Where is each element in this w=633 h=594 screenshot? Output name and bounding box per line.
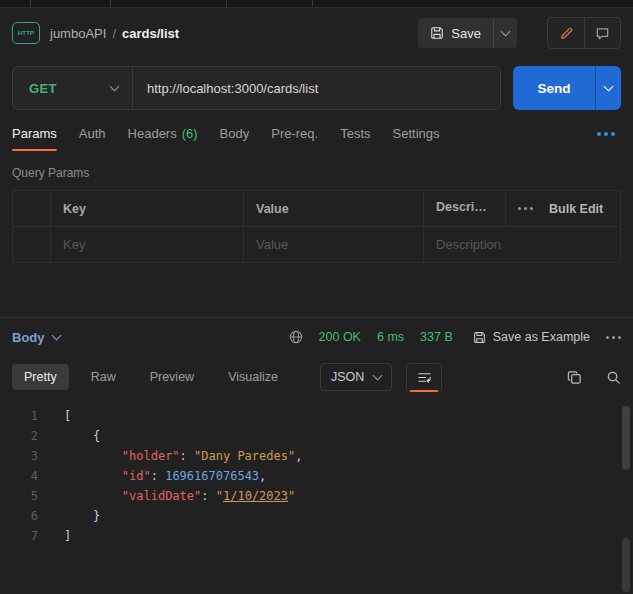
code-line: 6 }: [0, 506, 619, 526]
save-options-button[interactable]: [493, 18, 517, 48]
tab-auth[interactable]: Auth: [79, 126, 106, 151]
code-line: 1[: [0, 406, 619, 426]
response-more-options-icon[interactable]: [606, 336, 621, 339]
wrap-line-button[interactable]: [406, 363, 442, 392]
pencil-icon: [559, 26, 574, 41]
response-body-label: Body: [12, 330, 45, 345]
bulk-edit-button[interactable]: Bulk Edit: [549, 202, 603, 216]
line-content: {: [52, 426, 100, 446]
search-icon: [606, 370, 621, 385]
chevron-down-icon: [501, 26, 511, 36]
tab-separator: [226, 0, 227, 7]
request-tabs: Params Auth Headers(6) Body Pre-req. Tes…: [12, 126, 621, 151]
postman-app: HTTP jumboAPI / cards/list Save: [0, 0, 633, 594]
save-as-example-button[interactable]: Save as Example: [473, 330, 590, 344]
wrap-line-icon: [417, 370, 432, 385]
line-number: 4: [0, 466, 52, 486]
line-content: "validDate": "1/10/2023": [52, 486, 295, 506]
description-cell: [424, 227, 620, 262]
language-selector[interactable]: JSON: [320, 363, 392, 391]
code-line: 5 "validDate": "1/10/2023": [0, 486, 619, 506]
response-code[interactable]: 1[2 {3 "holder": "Dany Paredes",4 "id": …: [0, 398, 619, 594]
response-toolbar-actions: [567, 370, 621, 385]
tab-headers[interactable]: Headers(6): [128, 126, 198, 151]
tab-tests[interactable]: Tests: [340, 126, 370, 151]
tab-pre-request[interactable]: Pre-req.: [271, 126, 318, 151]
line-content: ]: [52, 526, 71, 546]
breadcrumb-collection[interactable]: jumboAPI: [50, 26, 106, 41]
chevron-down-icon: [604, 81, 614, 91]
breadcrumb: jumboAPI / cards/list: [50, 26, 179, 41]
tab-params[interactable]: Params: [12, 126, 57, 151]
view-tab-pretty[interactable]: Pretty: [12, 364, 69, 390]
code-line: 2 {: [0, 426, 619, 446]
save-as-example-label: Save as Example: [493, 330, 590, 344]
param-description-input[interactable]: [424, 227, 620, 262]
response-meta-bar: Body 200 OK 6 ms 337 B Save as Example: [0, 318, 633, 356]
method-label: GET: [29, 81, 57, 96]
send-options-button[interactable]: [595, 66, 621, 110]
line-content: }: [52, 506, 100, 526]
tab-settings[interactable]: Settings: [393, 126, 440, 151]
line-number: 7: [0, 526, 52, 546]
headers-count-badge: (6): [182, 126, 198, 141]
comment-icon: [595, 26, 610, 41]
chevron-down-icon: [110, 81, 120, 91]
query-params-input-row: [13, 226, 620, 262]
line-content: "id": 1696167076543,: [52, 466, 266, 486]
edit-documentation-button[interactable]: [548, 18, 584, 48]
save-button[interactable]: Save: [418, 18, 493, 48]
copy-icon: [567, 370, 582, 385]
http-badge-text: HTTP: [18, 30, 34, 36]
tab-body[interactable]: Body: [220, 126, 250, 151]
method-selector[interactable]: GET: [13, 67, 133, 109]
value-cell: [244, 227, 424, 262]
checkbox-column-header: [13, 191, 51, 226]
code-line: 7]: [0, 526, 619, 546]
url-input[interactable]: [133, 67, 500, 109]
save-label: Save: [451, 26, 481, 41]
code-line: 4 "id": 1696167076543,: [0, 466, 619, 486]
request-more-options-icon[interactable]: [591, 126, 621, 137]
code-line: 3 "holder": "Dany Paredes",: [0, 446, 619, 466]
search-response-button[interactable]: [606, 370, 621, 385]
query-params-header-row: Key Value Description Bulk Edit: [13, 191, 620, 226]
doc-comment-button-group: [547, 17, 621, 49]
tab-separator: [30, 0, 31, 7]
http-request-icon: HTTP: [12, 22, 40, 44]
param-key-input[interactable]: [51, 227, 243, 262]
query-params-table: Key Value Description Bulk Edit: [12, 190, 621, 263]
view-tab-preview[interactable]: Preview: [138, 364, 206, 390]
line-number: 2: [0, 426, 52, 446]
column-header-description: Description: [424, 191, 506, 226]
chevron-down-icon: [373, 370, 383, 380]
param-value-input[interactable]: [244, 227, 423, 262]
view-tab-visualize[interactable]: Visualize: [216, 364, 290, 390]
save-icon: [430, 26, 444, 40]
breadcrumb-request-name: cards/list: [122, 26, 179, 41]
line-content: [: [52, 406, 71, 426]
workspace-tab-strip[interactable]: [0, 0, 633, 8]
tab-separator: [312, 0, 313, 7]
send-button[interactable]: Send: [513, 66, 595, 110]
network-globe-icon[interactable]: [289, 330, 303, 344]
breadcrumb-separator: /: [112, 26, 116, 41]
copy-response-button[interactable]: [567, 370, 582, 385]
column-header-key: Key: [51, 191, 244, 226]
tab-label: Headers: [128, 126, 177, 141]
response-body-selector[interactable]: Body: [12, 330, 60, 345]
line-number: 6: [0, 506, 52, 526]
params-more-options-icon[interactable]: [518, 207, 533, 210]
comments-button[interactable]: [584, 18, 620, 48]
line-number: 3: [0, 446, 52, 466]
url-box: GET: [12, 66, 501, 110]
response-time: 6 ms: [377, 330, 404, 344]
scrollbar-thumb[interactable]: [622, 406, 630, 470]
scrollbar-thumb[interactable]: [622, 538, 630, 592]
tab-label: Settings: [393, 126, 440, 141]
save-example-icon: [473, 331, 486, 344]
tab-separator: [110, 0, 111, 7]
header-actions: Save: [418, 17, 621, 49]
request-url-bar: GET Send: [12, 66, 621, 110]
view-tab-raw[interactable]: Raw: [79, 364, 128, 390]
